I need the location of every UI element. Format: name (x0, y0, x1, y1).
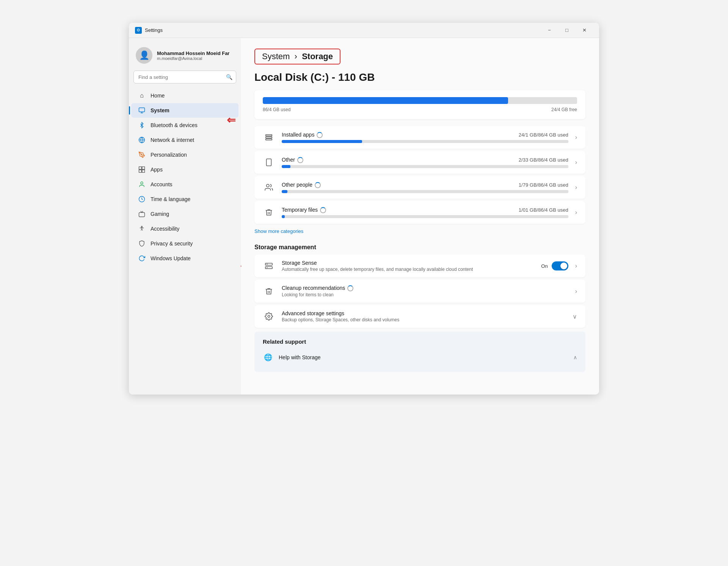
sidebar-item-bluetooth[interactable]: Bluetooth & devices (131, 118, 238, 132)
svg-rect-20 (265, 267, 272, 269)
cleanup-desc: Looking for items to clean (282, 292, 568, 297)
installed-apps-icon (263, 131, 275, 143)
sidebar-item-time[interactable]: Time & language (131, 192, 238, 206)
avatar: 👤 (136, 47, 152, 64)
sidebar-item-gaming[interactable]: Gaming (131, 207, 238, 221)
sidebar-item-accessibility[interactable]: Accessibility (131, 222, 238, 236)
installed-apps-bar-fill (282, 140, 362, 143)
settings-window: ⚙ Settings − □ ✕ 👤 Mohammad Hossein Moei… (129, 23, 599, 395)
update-nav-label: Windows Update (151, 255, 191, 261)
accessibility-nav-label: Accessibility (151, 226, 179, 232)
svg-point-22 (267, 267, 267, 268)
sidebar-item-network[interactable]: Network & internet (131, 133, 238, 147)
window-title: Settings (145, 27, 541, 33)
installed-apps-size: 24/1 GB/86/4 GB used (519, 132, 568, 138)
storage-sense-status: On (541, 263, 548, 269)
storage-item-installed-apps[interactable]: Installed apps 24/1 GB/86/4 GB used › (254, 126, 585, 149)
other-people-name: Other people (282, 182, 321, 188)
sidebar-item-personalization[interactable]: Personalization (131, 148, 238, 162)
storage-item-other[interactable]: Other 2/33 GB/86/4 GB used › (254, 151, 585, 174)
sidebar-item-apps[interactable]: Apps (131, 162, 238, 177)
maximize-button[interactable]: □ (558, 24, 576, 36)
other-content: Other 2/33 GB/86/4 GB used (282, 157, 568, 168)
other-size: 2/33 GB/86/4 GB used (519, 157, 568, 163)
svg-rect-15 (266, 137, 272, 138)
cleanup-icon (263, 285, 275, 297)
network-nav-icon (138, 136, 146, 144)
help-storage-item[interactable]: 🌐 Help with Storage ∧ (263, 349, 577, 365)
personalization-nav-label: Personalization (151, 152, 187, 158)
installed-apps-content: Installed apps 24/1 GB/86/4 GB used (282, 132, 568, 143)
time-nav-label: Time & language (151, 196, 190, 202)
main-storage-bar-wrap (263, 97, 577, 104)
user-name: Mohammad Hossein Moeid Far (157, 50, 229, 56)
other-people-bar-wrap (282, 190, 568, 193)
other-top: Other 2/33 GB/86/4 GB used (282, 157, 568, 163)
network-nav-label: Network & internet (151, 137, 194, 143)
temp-files-content: Temporary files 1/01 GB/86/4 GB used (282, 207, 568, 218)
other-people-chevron: › (575, 184, 577, 191)
svg-rect-8 (139, 170, 142, 173)
sidebar-item-privacy[interactable]: Privacy & security (131, 236, 238, 251)
temp-files-chevron: › (575, 209, 577, 216)
temp-files-bar-fill (282, 215, 285, 218)
sidebar-item-home[interactable]: ⌂Home (131, 88, 238, 103)
storage-item-temp-files[interactable]: Temporary files 1/01 GB/86/4 GB used › (254, 201, 585, 224)
svg-rect-0 (139, 108, 145, 112)
storage-sense-toggle[interactable] (552, 261, 568, 270)
main-content: 👤 Mohammad Hossein Moeid Far m.moeidfar@… (129, 38, 599, 395)
other-chevron: › (575, 159, 577, 166)
help-storage-chevron: ∧ (573, 354, 577, 360)
svg-point-5 (141, 154, 142, 155)
apps-nav-label: Apps (151, 167, 163, 173)
search-input[interactable] (133, 71, 236, 83)
cleanup-chevron: › (575, 288, 577, 295)
used-label: 86/4 GB used (263, 107, 290, 112)
gaming-nav-icon (138, 210, 146, 218)
update-nav-icon (138, 255, 146, 262)
temp-files-top: Temporary files 1/01 GB/86/4 GB used (282, 207, 568, 213)
user-info: Mohammad Hossein Moeid Far m.moeidfar@Av… (157, 50, 229, 61)
installed-apps-bar-wrap (282, 140, 568, 143)
system-nav-label: System (151, 107, 169, 113)
cleanup-recommendations-item[interactable]: Cleanup recommendations Looking for item… (254, 280, 585, 303)
svg-rect-12 (139, 212, 145, 217)
related-support: Related support 🌐 Help with Storage ∧ (254, 332, 585, 372)
app-icon: ⚙ (135, 27, 142, 34)
sidebar-item-accounts[interactable]: Accounts (131, 177, 238, 192)
accessibility-nav-icon (138, 225, 146, 233)
advanced-storage-item[interactable]: Advanced storage settings Backup options… (254, 305, 585, 328)
personalization-nav-icon (138, 151, 146, 159)
close-button[interactable]: ✕ (576, 24, 593, 36)
temp-files-size: 1/01 GB/86/4 GB used (519, 207, 568, 213)
other-spinner (297, 157, 303, 163)
svg-rect-19 (265, 263, 272, 266)
storage-sense-desc: Automatically free up space, delete temp… (282, 267, 534, 272)
page-title: Local Disk (C:) - 110 GB (254, 71, 585, 83)
advanced-chevron-down: ∨ (573, 313, 577, 320)
temp-files-spinner (320, 207, 326, 213)
minimize-button[interactable]: − (541, 24, 558, 36)
temp-files-name: Temporary files (282, 207, 326, 213)
svg-point-21 (267, 264, 267, 264)
other-people-spinner (315, 182, 321, 188)
sidebar-item-update[interactable]: Windows Update (131, 251, 238, 266)
gaming-nav-label: Gaming (151, 211, 169, 217)
bluetooth-nav-icon (138, 121, 146, 129)
svg-rect-14 (266, 135, 272, 136)
installed-apps-name: Installed apps (282, 132, 323, 138)
cleanup-name: Cleanup recommendations (282, 285, 568, 291)
toggle-knob (560, 263, 567, 269)
storage-item-other-people[interactable]: Other people 1/79 GB/86/4 GB used › (254, 176, 585, 199)
svg-rect-9 (142, 170, 145, 173)
user-section: 👤 Mohammad Hossein Moeid Far m.moeidfar@… (129, 42, 241, 71)
other-bar-wrap (282, 165, 568, 168)
storage-management-title: Storage management (254, 244, 585, 251)
storage-sense-name: Storage Sense (282, 260, 534, 266)
show-more-link[interactable]: Show more categories (254, 226, 303, 236)
sidebar-item-system[interactable]: System (131, 103, 238, 118)
storage-sense-item[interactable]: ⇒ Storage Sense Automatically free up sp… (254, 255, 585, 277)
installed-apps-spinner (317, 132, 323, 138)
storage-sense-toggle-wrap[interactable] (552, 261, 568, 270)
related-support-title: Related support (263, 338, 577, 345)
